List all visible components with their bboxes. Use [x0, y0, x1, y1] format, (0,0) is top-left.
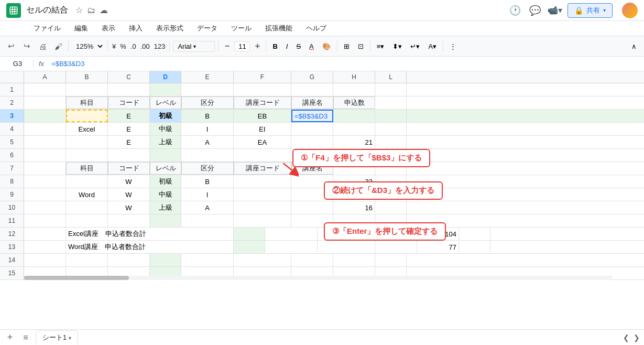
fill-color-btn[interactable]: 🎨 — [319, 41, 334, 51]
cell-b12[interactable]: Excel講座 申込者数合計 — [66, 228, 234, 240]
menu-help[interactable]: ヘルプ — [304, 23, 329, 34]
menu-extensions[interactable]: 拡張機能 — [263, 23, 294, 34]
cell-h10[interactable]: 16 — [333, 201, 375, 214]
cloud-icon[interactable]: ☁ — [100, 5, 108, 15]
cell-b9[interactable]: Word — [66, 188, 108, 201]
cell-c3[interactable]: E — [108, 110, 150, 122]
cell-d7[interactable]: レベル — [150, 162, 181, 175]
cell-g13[interactable] — [375, 241, 417, 253]
strikethrough-btn[interactable]: S — [293, 41, 304, 51]
zoom-select[interactable]: 125%100%75% — [72, 41, 104, 52]
cell-c11[interactable] — [108, 214, 150, 227]
scroll-left-btn[interactable]: ❯ — [634, 333, 640, 342]
cell-h4[interactable] — [333, 123, 375, 135]
cell-f2[interactable]: 講座コード — [234, 96, 291, 109]
cell-b10[interactable] — [66, 201, 108, 214]
cell-l3[interactable] — [375, 110, 407, 122]
cell-b7[interactable]: 科目 — [66, 162, 108, 175]
menu-edit[interactable]: 編集 — [72, 23, 90, 34]
cell-l4[interactable] — [375, 123, 407, 135]
cell-c7[interactable]: コード — [108, 162, 150, 175]
cell-g1[interactable] — [291, 83, 333, 96]
cell-e9[interactable]: I — [181, 188, 234, 201]
cell-c5[interactable]: E — [108, 136, 150, 148]
cell-h5[interactable]: 21 — [333, 136, 375, 148]
sheet-menu-btn[interactable]: ≡ — [20, 332, 31, 343]
cell-f11[interactable] — [234, 214, 291, 227]
cell-a9[interactable] — [24, 188, 66, 201]
cell-c14[interactable] — [108, 254, 150, 266]
menu-file[interactable]: ファイル — [31, 23, 63, 34]
cell-l5[interactable] — [375, 136, 407, 148]
cell-b5[interactable] — [66, 136, 108, 148]
cell-h13[interactable]: 77 — [417, 241, 459, 253]
cell-d6[interactable] — [150, 149, 181, 161]
text-rotate-btn[interactable]: A▾ — [425, 41, 440, 51]
cell-e14[interactable] — [181, 254, 234, 266]
cell-a7[interactable] — [24, 162, 66, 175]
avatar[interactable] — [622, 3, 638, 18]
cell-a11[interactable] — [24, 214, 66, 227]
cell-f4[interactable]: EI — [234, 123, 291, 135]
cell-d9[interactable]: 中級 — [150, 188, 181, 201]
cell-c10[interactable]: W — [108, 201, 150, 214]
more-btn[interactable]: ⋮ — [446, 41, 460, 51]
history-btn[interactable]: 🕐 — [508, 3, 522, 18]
cell-a10[interactable] — [24, 201, 66, 214]
collapse-btn[interactable]: ∧ — [628, 41, 640, 51]
font-size-input[interactable] — [234, 41, 250, 51]
cell-f14[interactable] — [234, 254, 291, 266]
menu-view[interactable]: 表示 — [100, 23, 117, 34]
cell-d5[interactable]: 上級 — [150, 136, 181, 148]
cell-reference[interactable] — [2, 60, 34, 68]
cell-b2[interactable]: 科目 — [66, 96, 108, 109]
col-header-e[interactable]: E — [181, 71, 234, 83]
add-sheet-btn[interactable]: + — [4, 332, 16, 343]
cell-a4[interactable] — [24, 123, 66, 135]
cell-g3[interactable]: =$B$3&D3 — [291, 110, 333, 122]
scroll-right-btn[interactable]: ❮ — [623, 333, 629, 342]
col-header-g[interactable]: G — [291, 71, 333, 83]
cell-b8[interactable] — [66, 175, 108, 188]
cell-d1[interactable] — [150, 83, 181, 96]
cell-d11[interactable] — [150, 214, 181, 227]
cell-h14[interactable] — [333, 254, 375, 266]
cell-a12[interactable] — [24, 228, 66, 240]
cell-e2[interactable]: 区分 — [181, 96, 234, 109]
cell-e1[interactable] — [181, 83, 234, 96]
cell-l10[interactable] — [375, 201, 407, 214]
cell-e11[interactable] — [181, 214, 234, 227]
border-btn[interactable]: ⊞ — [341, 41, 353, 51]
redo-btn[interactable]: ↪ — [20, 39, 34, 53]
video-btn[interactable]: 📹▾ — [548, 3, 562, 18]
cell-c1[interactable] — [108, 83, 150, 96]
cell-b3[interactable] — [66, 110, 108, 122]
cell-d3[interactable]: 初級 — [150, 110, 181, 122]
cell-h1[interactable] — [333, 83, 375, 96]
col-header-a[interactable]: A — [24, 71, 66, 83]
cell-f10[interactable] — [234, 201, 291, 214]
cell-c8[interactable]: W — [108, 175, 150, 188]
text-color-btn[interactable]: A — [306, 41, 317, 51]
share-btn[interactable]: 🔒 共有 ▾ — [567, 3, 613, 18]
cell-g2[interactable]: 講座名 — [291, 96, 333, 109]
cell-g5[interactable] — [291, 136, 333, 148]
cell-c2[interactable]: コード — [108, 96, 150, 109]
cell-d8[interactable]: 初級 — [150, 175, 181, 188]
menu-tools[interactable]: ツール — [229, 23, 254, 34]
cell-g4[interactable] — [291, 123, 333, 135]
halign-btn[interactable]: ≡▾ — [374, 41, 388, 51]
cell-l12[interactable] — [459, 228, 490, 240]
cell-e13[interactable] — [265, 241, 318, 253]
cell-b11[interactable] — [66, 214, 108, 227]
cell-e10[interactable]: A — [181, 201, 234, 214]
paint-format-btn[interactable]: 🖌 — [51, 39, 65, 53]
cell-b13[interactable]: Word講座 申込者数合計 — [66, 241, 234, 253]
cell-l2[interactable] — [375, 96, 407, 109]
cell-f3[interactable]: EB — [234, 110, 291, 122]
valign-btn[interactable]: ⬍▾ — [389, 41, 405, 51]
col-header-d[interactable]: D — [150, 71, 181, 83]
cell-b4[interactable]: Excel — [66, 123, 108, 135]
cell-a5[interactable] — [24, 136, 66, 148]
cell-l13[interactable] — [459, 241, 490, 253]
